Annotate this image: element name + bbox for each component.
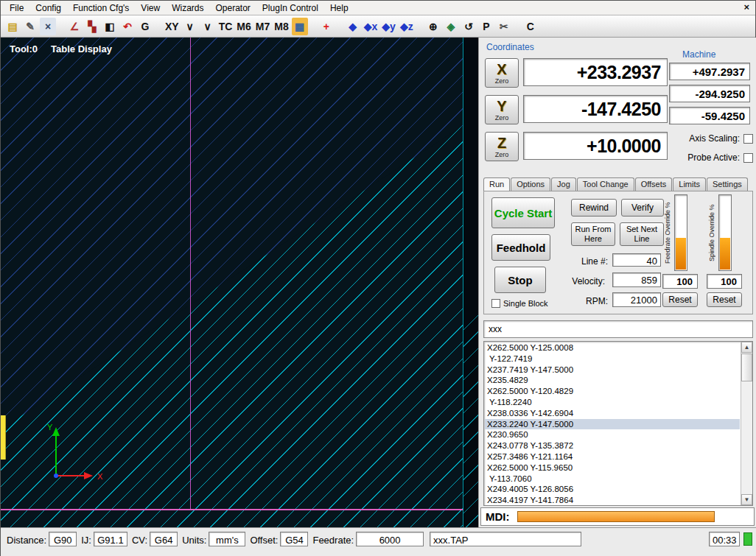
zero-x-icon[interactable]: ◆x <box>363 18 379 35</box>
units-value[interactable]: mm's <box>209 532 245 546</box>
safety-shield-icon[interactable]: ◈ <box>443 18 459 35</box>
tab-limits[interactable]: Limits <box>673 177 706 191</box>
menu-wizards[interactable]: Wizards <box>166 1 209 15</box>
tab-offsets[interactable]: Offsets <box>635 177 673 191</box>
rpm-field[interactable]: 21000 <box>612 292 661 307</box>
verify-button[interactable]: Verify <box>621 199 664 217</box>
zero-x-button[interactable]: X Zero <box>485 58 519 88</box>
spindle-override-value[interactable]: 100 <box>707 274 742 289</box>
cut-icon[interactable]: ✂ <box>496 18 512 35</box>
zero-z-button[interactable]: Z Zero <box>485 132 519 161</box>
distance-mode-value[interactable]: G90 <box>49 532 77 546</box>
gcode-line[interactable]: X249.4005 Y-126.8056 <box>485 484 740 495</box>
gcode-filename-box[interactable]: xxx <box>483 320 753 338</box>
run-from-here-button[interactable]: Run From Here <box>571 222 615 246</box>
tab-settings[interactable]: Settings <box>707 177 748 191</box>
ref-all-home-icon[interactable]: ◆ <box>345 18 361 35</box>
menu-plugin-control[interactable]: PlugIn Control <box>256 1 324 15</box>
cv-mode-value[interactable]: G64 <box>150 532 178 546</box>
status-indicator[interactable] <box>743 532 752 546</box>
spindle-reset-button[interactable]: Reset <box>707 292 742 307</box>
xy-plane-icon[interactable]: XY <box>164 18 181 35</box>
new-file-icon[interactable]: ▤ <box>4 18 21 35</box>
tool-table-icon[interactable]: ▦ <box>292 18 308 35</box>
gcode-icon[interactable]: G <box>137 18 153 35</box>
single-block-checkbox[interactable] <box>491 299 500 308</box>
stop-button[interactable]: Stop <box>494 267 546 293</box>
spindle-override-slider[interactable] <box>718 194 732 271</box>
scroll-thumb[interactable] <box>741 353 752 381</box>
mdi-input[interactable] <box>517 511 715 522</box>
goto-zero-icon[interactable]: + <box>318 18 335 35</box>
menu-function-cfgs[interactable]: Function Cfg's <box>67 1 135 15</box>
gcode-line[interactable]: Y-122.7419 <box>485 353 740 365</box>
z-dro[interactable]: +10.0000 <box>523 132 668 160</box>
contrast-icon[interactable]: ◧ <box>102 18 118 35</box>
gcode-line[interactable]: X262.5000 Y-115.9650 <box>485 462 740 474</box>
gcode-line[interactable]: X257.3486 Y-121.1164 <box>485 451 740 462</box>
feedhold-button[interactable]: Feedhold <box>491 234 550 261</box>
cycle-start-button[interactable]: Cycle Start <box>491 197 555 228</box>
elapsed-time-value[interactable]: 00:33 <box>709 532 740 546</box>
regen-toolpath-icon[interactable]: C <box>522 18 539 35</box>
set-next-line-button[interactable]: Set Next Line <box>620 222 664 246</box>
gcode-scrollbar[interactable]: ▲ ▼ <box>741 342 752 505</box>
close-icon[interactable]: × <box>743 1 749 13</box>
m6-icon[interactable]: M6 <box>235 18 252 35</box>
gcode-line[interactable]: X243.0778 Y-135.3872 <box>485 440 740 451</box>
edit-file-icon[interactable]: ✎ <box>22 18 38 35</box>
gcode-line[interactable]: X237.7419 Y-147.5000 <box>485 365 740 376</box>
scroll-up-icon[interactable]: ▲ <box>741 342 752 353</box>
scroll-down-icon[interactable]: ▼ <box>741 494 752 505</box>
x-dro[interactable]: +233.2937 <box>523 58 668 86</box>
menu-operator[interactable]: Operator <box>210 1 256 15</box>
loaded-file-value[interactable]: xxx.TAP <box>430 532 581 546</box>
gcode-line[interactable]: X233.2240 Y-147.5000 <box>485 419 740 430</box>
gcode-line[interactable]: X262.5000 Y-125.0008 <box>485 342 740 353</box>
zero-y-icon[interactable]: ◆y <box>380 18 397 35</box>
undo-icon[interactable]: ↶ <box>119 18 136 35</box>
park-icon[interactable]: P <box>478 18 494 35</box>
probe-active-checkbox[interactable] <box>743 153 753 163</box>
line-number-field[interactable]: 40 <box>612 253 661 267</box>
z-raise-icon[interactable]: ∨ <box>200 18 216 35</box>
y-dro[interactable]: -147.4250 <box>523 95 668 123</box>
offset-value[interactable]: G54 <box>280 532 308 546</box>
machine-coords-icon[interactable]: ⊕ <box>425 18 441 35</box>
gcode-line[interactable]: X262.5000 Y-120.4829 <box>485 386 740 397</box>
feedrate-override-slider[interactable] <box>674 194 687 271</box>
z-lower-icon[interactable]: ∨ <box>182 18 198 35</box>
tab-jog[interactable]: Jog <box>551 177 576 191</box>
m8-icon[interactable]: M8 <box>273 18 290 35</box>
feedrate-override-value[interactable]: 100 <box>662 274 698 289</box>
machine-z-dro[interactable]: -59.4250 <box>669 107 750 124</box>
gcode-line[interactable]: X235.4829 <box>485 375 740 386</box>
gcode-line[interactable]: Y-118.2240 <box>485 397 740 408</box>
rewind-button[interactable]: Rewind <box>571 199 617 217</box>
display-mode-icon[interactable]: ▚ <box>84 18 100 35</box>
zero-z-icon[interactable]: ◆z <box>399 18 415 35</box>
gcode-line[interactable]: X238.0336 Y-142.6904 <box>485 408 740 419</box>
menu-view[interactable]: View <box>135 1 166 15</box>
velocity-field[interactable]: 859 <box>612 272 661 287</box>
feedrate-value[interactable]: 6000 <box>356 532 424 546</box>
tab-tool-change[interactable]: Tool Change <box>577 177 634 191</box>
axis-scaling-checkbox[interactable] <box>743 134 753 144</box>
tool-change-icon[interactable]: TC <box>217 18 234 35</box>
gcode-line[interactable]: X234.4197 Y-141.7864 <box>485 495 740 506</box>
zero-y-button[interactable]: Y Zero <box>485 95 519 124</box>
toolpath-display[interactable]: Tool:0 Table Display Y X <box>1 38 478 527</box>
ij-mode-value[interactable]: G91.1 <box>94 532 127 546</box>
gcode-line[interactable]: Y-113.7060 <box>485 474 740 485</box>
rotate-icon[interactable]: ↺ <box>461 18 477 35</box>
machine-y-dro[interactable]: -294.9250 <box>669 85 750 102</box>
close-file-icon[interactable]: × <box>40 18 56 35</box>
menu-help[interactable]: Help <box>324 1 354 15</box>
probe-tool-icon[interactable]: ∠ <box>66 18 83 35</box>
menu-config[interactable]: Config <box>29 1 67 15</box>
gcode-line[interactable]: X230.9650 <box>485 429 740 440</box>
tab-run[interactable]: Run <box>483 177 510 191</box>
machine-x-dro[interactable]: +497.2937 <box>669 63 750 80</box>
tab-options[interactable]: Options <box>511 177 550 191</box>
feedrate-reset-button[interactable]: Reset <box>662 292 698 307</box>
